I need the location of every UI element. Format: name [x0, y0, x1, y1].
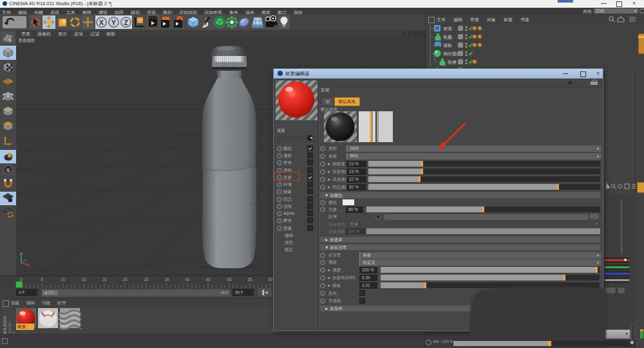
svg-text:Y: Y: [111, 19, 117, 26]
svg-text:瓶身: 瓶身: [448, 60, 457, 65]
svg-text:20: 20: [102, 277, 107, 282]
svg-text:瓶盖: 瓶盖: [443, 35, 452, 40]
svg-text:0: 0: [20, 277, 23, 282]
svg-text:50: 50: [227, 277, 232, 282]
svg-text:55: 55: [247, 277, 252, 282]
svg-text:5: 5: [41, 277, 43, 282]
svg-text:40: 40: [185, 277, 190, 282]
svg-text:60: 60: [268, 277, 273, 282]
svg-text:X: X: [99, 19, 104, 26]
svg-text:管道: 管道: [443, 26, 452, 32]
svg-text:15: 15: [81, 277, 86, 282]
svg-text:25: 25: [122, 277, 128, 282]
svg-text:S: S: [6, 167, 10, 174]
svg-text:35: 35: [164, 277, 169, 282]
svg-text:背标: 背标: [443, 43, 452, 48]
svg-text:45: 45: [205, 277, 211, 282]
svg-text:30: 30: [144, 277, 149, 282]
svg-text:10: 10: [61, 277, 66, 282]
svg-text:Z: Z: [124, 19, 128, 26]
